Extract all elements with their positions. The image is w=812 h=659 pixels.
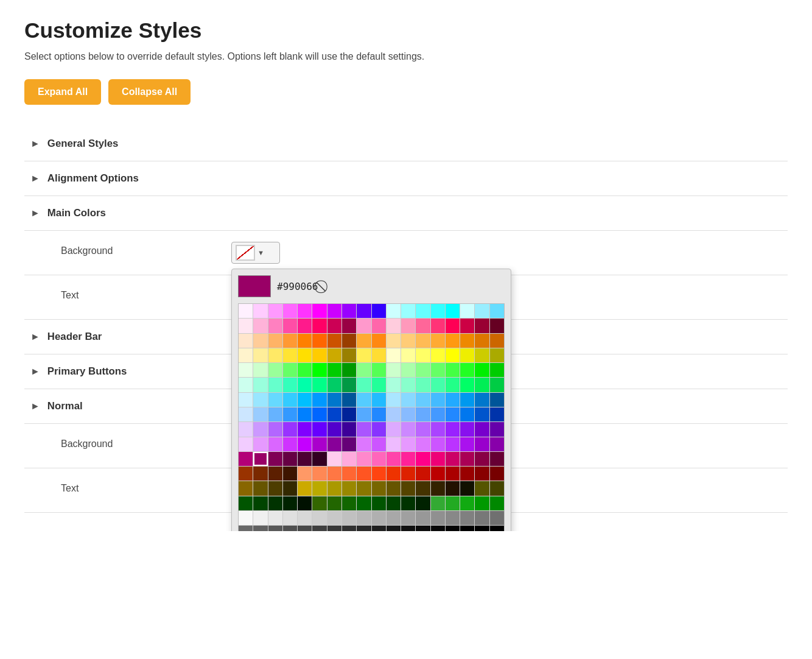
color-cell[interactable] (431, 319, 445, 333)
color-cell[interactable] (372, 511, 386, 525)
color-cell[interactable] (268, 526, 282, 531)
color-cell[interactable] (401, 407, 415, 421)
color-cell[interactable] (387, 437, 401, 451)
color-cell[interactable] (490, 348, 504, 362)
color-cell[interactable] (401, 511, 415, 525)
color-cell[interactable] (372, 422, 386, 436)
color-cell[interactable] (372, 304, 386, 318)
color-cell[interactable] (387, 334, 401, 348)
color-cell[interactable] (387, 467, 401, 481)
color-cell[interactable] (431, 467, 445, 481)
color-cell[interactable] (431, 393, 445, 407)
color-cell[interactable] (298, 407, 312, 421)
color-cell[interactable] (387, 481, 401, 495)
color-cell[interactable] (401, 348, 415, 362)
color-cell[interactable] (446, 304, 460, 318)
color-cell[interactable] (298, 363, 312, 377)
color-cell[interactable] (372, 526, 386, 531)
color-cell[interactable] (475, 526, 489, 531)
color-cell[interactable] (312, 496, 326, 510)
section-main-colors[interactable]: ► Main Colors (24, 196, 788, 231)
color-cell[interactable] (401, 393, 415, 407)
color-cell[interactable] (268, 348, 282, 362)
color-cell[interactable] (253, 422, 267, 436)
color-cell[interactable] (401, 378, 415, 392)
color-cell[interactable] (253, 319, 267, 333)
color-cell[interactable] (253, 393, 267, 407)
color-cell[interactable] (327, 496, 341, 510)
color-cell[interactable] (327, 526, 341, 531)
color-cell[interactable] (446, 378, 460, 392)
color-cell[interactable] (475, 319, 489, 333)
color-cell[interactable] (387, 496, 401, 510)
color-cell[interactable] (239, 481, 253, 495)
color-cell[interactable] (416, 452, 430, 466)
color-picker-trigger[interactable]: ▼ (231, 242, 280, 264)
color-cell[interactable] (460, 422, 474, 436)
color-cell[interactable] (312, 334, 326, 348)
color-cell[interactable] (431, 511, 445, 525)
color-cell[interactable] (298, 511, 312, 525)
color-cell[interactable] (268, 378, 282, 392)
color-cell[interactable] (298, 393, 312, 407)
color-cell[interactable] (327, 422, 341, 436)
color-cell[interactable] (342, 304, 356, 318)
color-cell[interactable] (268, 319, 282, 333)
color-cell[interactable] (446, 393, 460, 407)
color-cell[interactable] (387, 363, 401, 377)
color-cell[interactable] (460, 407, 474, 421)
color-cell[interactable] (446, 452, 460, 466)
color-cell[interactable] (490, 452, 504, 466)
color-cell[interactable] (387, 304, 401, 318)
color-cell[interactable] (312, 407, 326, 421)
color-cell[interactable] (357, 422, 371, 436)
color-cell[interactable] (416, 363, 430, 377)
color-cell[interactable] (327, 363, 341, 377)
color-cell[interactable] (312, 452, 326, 466)
color-cell[interactable] (283, 526, 297, 531)
color-cell[interactable] (401, 437, 415, 451)
color-cell[interactable] (298, 378, 312, 392)
color-cell[interactable] (253, 407, 267, 421)
color-cell[interactable] (460, 526, 474, 531)
color-cell[interactable] (387, 452, 401, 466)
color-cell[interactable] (239, 319, 253, 333)
color-cell[interactable] (253, 304, 267, 318)
color-cell[interactable] (298, 452, 312, 466)
color-cell[interactable] (283, 467, 297, 481)
color-cell[interactable] (460, 467, 474, 481)
color-cell[interactable] (283, 304, 297, 318)
color-cell[interactable] (342, 422, 356, 436)
color-cell[interactable] (446, 319, 460, 333)
color-cell[interactable] (239, 393, 253, 407)
color-cell[interactable] (268, 422, 282, 436)
color-cell[interactable] (431, 422, 445, 436)
color-cell[interactable] (342, 437, 356, 451)
color-cell[interactable] (327, 334, 341, 348)
color-cell[interactable] (490, 304, 504, 318)
color-cell[interactable] (253, 481, 267, 495)
color-cell[interactable] (431, 348, 445, 362)
color-cell[interactable] (312, 422, 326, 436)
color-cell[interactable] (357, 452, 371, 466)
color-cell[interactable] (431, 481, 445, 495)
color-cell[interactable] (475, 378, 489, 392)
color-cell[interactable] (387, 407, 401, 421)
color-cell[interactable] (239, 452, 253, 466)
color-cell[interactable] (446, 526, 460, 531)
color-cell[interactable] (372, 481, 386, 495)
color-cell[interactable] (490, 481, 504, 495)
color-cell[interactable] (342, 496, 356, 510)
color-cell[interactable] (239, 363, 253, 377)
color-cell[interactable] (372, 467, 386, 481)
color-cell[interactable] (372, 334, 386, 348)
color-cell[interactable] (268, 496, 282, 510)
color-cell[interactable] (268, 481, 282, 495)
color-cell[interactable] (372, 378, 386, 392)
color-cell[interactable] (416, 467, 430, 481)
color-cell[interactable] (327, 348, 341, 362)
color-cell[interactable] (312, 511, 326, 525)
color-cell[interactable] (446, 496, 460, 510)
color-cell[interactable] (357, 334, 371, 348)
color-cell[interactable] (416, 407, 430, 421)
